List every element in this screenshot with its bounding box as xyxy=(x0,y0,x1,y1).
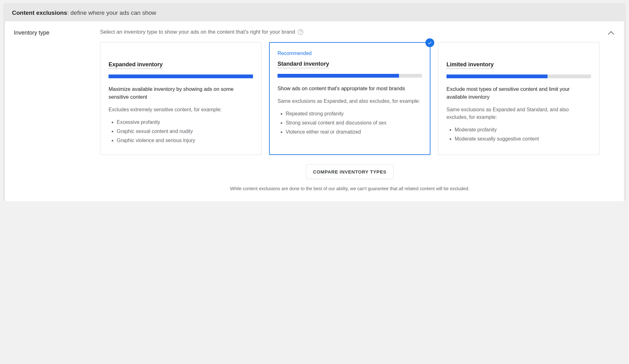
disclaimer-text: While content exclusions are done to the… xyxy=(100,186,599,191)
list-item: Moderate profanity xyxy=(455,125,591,134)
card-description: Maximize available inventory by showing … xyxy=(109,85,253,101)
card-title: Expanded inventory xyxy=(109,61,163,69)
inventory-bar xyxy=(446,74,591,78)
list-item: Excessive profanity xyxy=(117,118,253,126)
header-title-rest: : define where your ads can show xyxy=(67,9,156,16)
inventory-cards: Expanded inventoryMaximize available inv… xyxy=(100,42,599,155)
help-icon[interactable]: ? xyxy=(298,29,303,35)
header-title-bold: Content exclusions xyxy=(12,9,67,16)
inventory-bar-fill xyxy=(109,74,253,78)
inventory-bar xyxy=(278,74,422,78)
collapse-toggle[interactable] xyxy=(607,29,615,38)
section-header: Content exclusions: define where your ad… xyxy=(3,3,626,21)
list-item: Repeated strong profanity xyxy=(286,109,422,118)
inventory-card-limited[interactable]: Limited inventoryExclude most types of s… xyxy=(438,42,599,155)
inventory-type-instruction: Select an inventory type to show your ad… xyxy=(100,29,295,35)
inventory-card-standard[interactable]: RecommendedStandard inventoryShow ads on… xyxy=(269,42,430,155)
inventory-card-expanded[interactable]: Expanded inventoryMaximize available inv… xyxy=(100,42,261,155)
inventory-type-panel: Inventory type Select an inventory type … xyxy=(5,21,624,201)
card-description: Exclude most types of sensitive content … xyxy=(446,85,591,101)
card-subtext: Same exclusions as Expanded, and also ex… xyxy=(278,97,422,105)
card-title: Limited inventory xyxy=(446,61,494,69)
list-item: Graphic sexual content and nudity xyxy=(117,127,253,135)
inventory-type-label: Inventory type xyxy=(14,29,93,36)
check-icon xyxy=(425,38,434,47)
card-description: Show ads on content that's appropriate f… xyxy=(278,85,422,92)
compare-inventory-types-button[interactable]: COMPARE INVENTORY TYPES xyxy=(306,164,394,179)
inventory-bar-fill xyxy=(446,74,548,78)
chevron-up-icon xyxy=(608,31,614,37)
list-item: Strong sexual content and discussions of… xyxy=(286,119,422,127)
card-bullets: Excessive profanityGraphic sexual conten… xyxy=(109,118,253,145)
card-subtext: Excludes extremely sensitive content, fo… xyxy=(109,106,253,113)
card-bullets: Moderate profanityModerate sexually sugg… xyxy=(446,125,591,143)
recommended-label: Recommended xyxy=(278,51,422,56)
inventory-bar xyxy=(109,74,253,78)
card-title: Standard inventory xyxy=(278,61,329,68)
list-item: Violence either real or dramatized xyxy=(286,128,422,136)
content-exclusions-container: Content exclusions: define where your ad… xyxy=(3,3,626,201)
inventory-bar-fill xyxy=(278,74,399,78)
card-bullets: Repeated strong profanityStrong sexual c… xyxy=(278,109,422,136)
list-item: Moderate sexually suggestive content xyxy=(455,135,591,143)
list-item: Graphic violence and serious injury xyxy=(117,136,253,145)
card-subtext: Same exclusions as Expanded and Standard… xyxy=(446,106,591,121)
